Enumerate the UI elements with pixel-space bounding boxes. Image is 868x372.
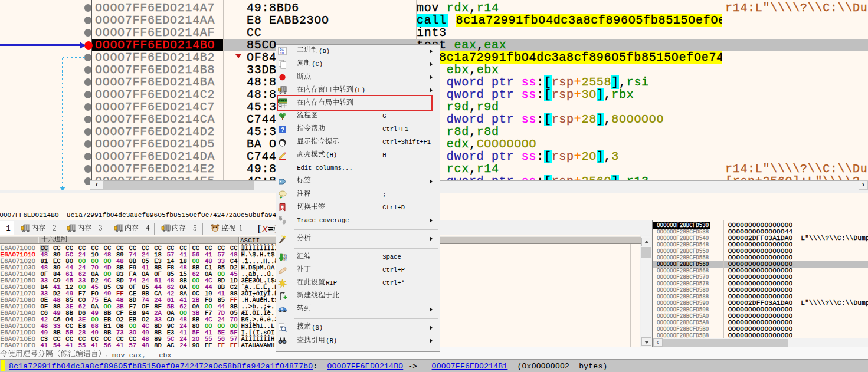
svg-text:+: + xyxy=(280,196,282,200)
svg-text:O1: O1 xyxy=(283,259,287,262)
svg-text:?: ? xyxy=(281,126,284,133)
svg-text:1O: 1O xyxy=(280,51,284,55)
